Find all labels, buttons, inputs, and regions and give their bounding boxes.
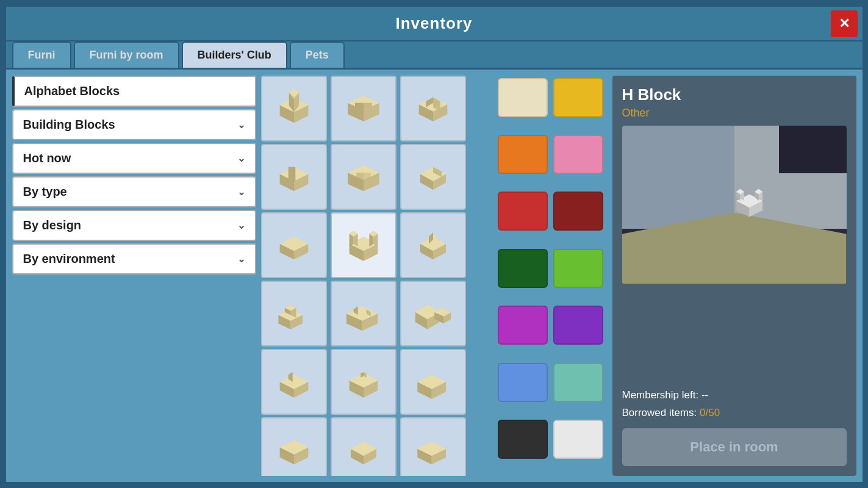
tab-furni[interactable]: Furni xyxy=(12,41,71,68)
grid-cell[interactable] xyxy=(400,281,466,346)
sidebar-item-by-type[interactable]: By type ⌄ xyxy=(12,176,256,207)
grid-cell[interactable] xyxy=(331,76,396,142)
svg-marker-13 xyxy=(364,102,372,110)
grid-cell[interactable] xyxy=(331,349,396,415)
grid-cell[interactable] xyxy=(400,76,466,142)
block-icon xyxy=(342,87,385,130)
sidebar-item-hot-now[interactable]: Hot now ⌄ xyxy=(12,143,256,174)
block-icon xyxy=(273,224,315,267)
close-button[interactable]: ✕ xyxy=(831,10,858,37)
sidebar: Alphabet Blocks Building Blocks ⌄ Hot no… xyxy=(12,76,256,476)
chevron-down-icon: ⌄ xyxy=(237,220,245,231)
grid-cell[interactable] xyxy=(261,281,327,346)
block-icon xyxy=(273,361,315,403)
right-panel: H Block Other xyxy=(612,76,856,476)
place-in-room-button[interactable]: Place in room xyxy=(622,428,847,466)
color-swatch-pink[interactable] xyxy=(553,135,603,174)
title-bar: Inventory ✕ xyxy=(6,7,863,41)
color-swatch-magenta[interactable] xyxy=(498,306,548,345)
svg-marker-29 xyxy=(356,173,364,180)
center-panel xyxy=(261,76,490,476)
grid-cell[interactable] xyxy=(261,349,327,415)
color-swatch-light-green[interactable] xyxy=(553,249,603,288)
grid-cell[interactable] xyxy=(331,144,396,210)
membership-label: Membership left: xyxy=(622,389,699,401)
membership-info: Membership left: -- Borrowed items: 0/50 xyxy=(622,387,847,422)
sidebar-item-label: By environment xyxy=(23,252,115,266)
block-icon xyxy=(342,292,385,335)
svg-marker-12 xyxy=(355,102,364,110)
color-swatch-red[interactable] xyxy=(498,192,548,231)
block-icon xyxy=(412,429,454,472)
borrowed-value: 0/50 xyxy=(700,407,720,418)
block-icon xyxy=(342,361,385,403)
preview-h-block xyxy=(730,182,763,216)
svg-rect-24 xyxy=(288,167,295,181)
block-icon xyxy=(412,156,454,198)
svg-marker-30 xyxy=(364,173,371,180)
block-icon xyxy=(273,292,315,335)
color-swatch-yellow[interactable] xyxy=(553,78,603,117)
color-palette xyxy=(495,76,608,476)
chevron-down-icon: ⌄ xyxy=(237,119,245,131)
item-grid xyxy=(261,76,490,476)
grid-cell[interactable] xyxy=(261,76,327,142)
color-swatch-black[interactable] xyxy=(498,420,548,459)
block-icon xyxy=(342,156,385,198)
sidebar-item-label: Building Blocks xyxy=(23,118,115,132)
grid-cell[interactable] xyxy=(400,144,466,210)
block-icon xyxy=(412,292,454,335)
tab-builders-club[interactable]: Builders' Club xyxy=(182,41,287,68)
item-preview xyxy=(622,126,847,284)
grid-cell[interactable] xyxy=(261,144,327,210)
sidebar-item-label: Alphabet Blocks xyxy=(24,84,120,98)
grid-cell[interactable] xyxy=(400,349,466,415)
item-type: Other xyxy=(622,107,847,120)
color-swatch-white[interactable] xyxy=(553,420,603,459)
grid-cell-selected[interactable] xyxy=(331,212,396,278)
grid-cell[interactable] xyxy=(261,212,327,278)
sidebar-item-building-blocks[interactable]: Building Blocks ⌄ xyxy=(12,109,256,140)
tab-pets[interactable]: Pets xyxy=(290,41,345,68)
tab-furni-by-room[interactable]: Furni by room xyxy=(74,41,179,68)
main-content: Alphabet Blocks Building Blocks ⌄ Hot no… xyxy=(6,70,863,482)
room-wall-left xyxy=(622,126,734,229)
borrowed-label: Borrowed items: xyxy=(622,407,697,418)
grid-cell[interactable] xyxy=(400,212,466,278)
block-icon xyxy=(273,156,315,198)
color-swatch-blue[interactable] xyxy=(498,363,548,402)
inventory-window: Inventory ✕ Furni Furni by room Builders… xyxy=(4,5,864,484)
sidebar-item-alphabet-blocks[interactable]: Alphabet Blocks xyxy=(12,76,256,107)
room-background xyxy=(622,126,847,284)
block-icon xyxy=(342,429,385,472)
block-icon xyxy=(412,224,454,267)
sidebar-item-by-design[interactable]: By design ⌄ xyxy=(12,210,256,241)
room-ceiling-stripe xyxy=(779,126,846,173)
grid-cell[interactable] xyxy=(331,417,396,476)
sidebar-item-by-environment[interactable]: By environment ⌄ xyxy=(12,243,256,274)
sidebar-item-label: By type xyxy=(23,185,67,199)
block-icon xyxy=(412,361,454,403)
chevron-down-icon: ⌄ xyxy=(237,186,245,198)
color-swatch-dark-green[interactable] xyxy=(498,249,548,288)
block-icon xyxy=(273,87,315,130)
color-swatch-teal[interactable] xyxy=(553,363,603,402)
grid-cell[interactable] xyxy=(331,281,396,346)
chevron-down-icon: ⌄ xyxy=(237,253,245,265)
grid-cell[interactable] xyxy=(400,417,466,476)
color-swatch-purple[interactable] xyxy=(553,306,603,345)
grid-cell[interactable] xyxy=(261,417,327,476)
block-icon xyxy=(342,224,385,267)
chevron-down-icon: ⌄ xyxy=(237,152,245,164)
color-swatch-orange[interactable] xyxy=(498,135,548,174)
color-swatch-dark-red[interactable] xyxy=(553,192,603,231)
sidebar-item-label: Hot now xyxy=(23,151,71,165)
item-name: H Block xyxy=(622,85,847,104)
sidebar-item-label: By design xyxy=(23,218,82,232)
membership-value: -- xyxy=(701,389,708,401)
tabs-bar: Furni Furni by room Builders' Club Pets xyxy=(6,41,863,70)
color-swatch-beige[interactable] xyxy=(498,78,548,117)
block-icon xyxy=(412,87,454,130)
window-title: Inventory xyxy=(395,14,472,33)
block-icon xyxy=(273,429,315,472)
